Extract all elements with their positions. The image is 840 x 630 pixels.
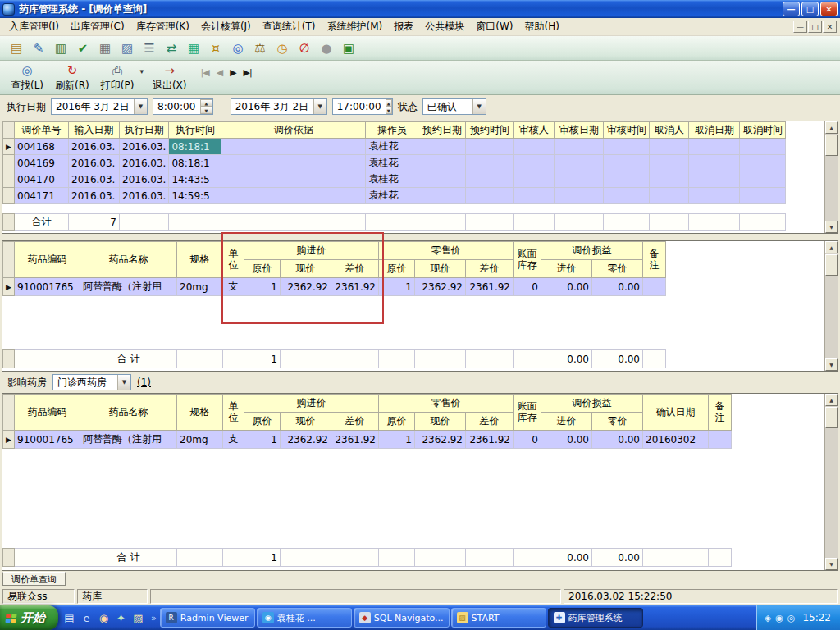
date-to-combo[interactable]: 2016年 3月 2日 [231,98,327,115]
audit-icon[interactable]: ✔ [73,39,93,58]
cell[interactable]: 阿替普酶（注射用 [80,431,177,449]
cell[interactable] [418,171,466,188]
tray-network-icon[interactable]: ◉ [775,613,783,623]
spin-up-icon[interactable] [386,99,392,107]
scroll-thumb[interactable] [825,135,838,156]
cell[interactable]: 1 [379,431,415,449]
column-header[interactable]: 差价 [331,413,379,431]
first-record-button[interactable]: |◀ [201,67,209,78]
cell[interactable]: 20mg [177,278,223,296]
cell[interactable]: 支 [223,278,244,296]
messenger-icon[interactable]: ✦ [113,609,129,627]
cell[interactable] [555,139,604,155]
cell[interactable]: 袁桂花 [366,171,418,188]
column-header[interactable]: 执行日期 [120,122,169,139]
cell[interactable] [221,139,366,155]
cell[interactable] [514,155,555,171]
column-header[interactable]: 取消日期 [689,122,740,139]
scroll-up-icon[interactable]: ▲ [825,394,838,406]
edit-doc-icon[interactable]: ✎ [29,39,48,58]
quick-launch-overflow-icon[interactable]: » [149,613,158,623]
scroll-down-icon[interactable]: ▼ [825,358,838,371]
cell[interactable] [604,188,650,204]
column-header[interactable]: 单位 [223,242,244,278]
money-icon[interactable]: ¤ [206,39,226,58]
column-header[interactable]: 审核时间 [604,122,650,139]
column-header[interactable]: 现价 [415,413,466,431]
chevron-down-icon[interactable] [313,99,326,114]
column-header[interactable]: 原价 [244,413,281,431]
cell[interactable]: 2362.92 [281,278,331,296]
column-header[interactable]: 原价 [244,260,281,278]
column-header[interactable]: 现价 [415,260,466,278]
menu-item[interactable]: 系统维护(M) [322,18,389,35]
pharmacy-combo[interactable]: 门诊西药房 [52,374,131,390]
column-header[interactable]: 差价 [466,413,514,431]
cell[interactable]: 910001765 [15,278,80,296]
cell[interactable]: 0 [514,431,541,449]
column-header[interactable]: 现价 [281,260,331,278]
cell[interactable] [418,188,466,204]
menu-item[interactable]: 出库管理(C) [65,18,130,35]
cell[interactable] [466,139,514,155]
column-header[interactable]: 原价 [379,260,415,278]
column-header[interactable]: 进价 [541,260,592,278]
chevron-down-icon[interactable] [117,375,130,390]
cell[interactable] [221,188,366,204]
cell[interactable] [604,155,650,171]
cell[interactable]: 2016.03. [120,139,169,155]
scroll-thumb[interactable] [825,407,838,428]
spin-up-icon[interactable] [200,99,212,107]
column-header[interactable]: 确认日期 [643,395,709,431]
task-start-folder[interactable]: ▨START [451,608,546,628]
save-doc-icon[interactable]: ▥ [51,39,71,58]
cell[interactable]: 08:18:1 [169,139,221,155]
vertical-scrollbar[interactable]: ▲ ▼ [824,121,838,233]
refresh-button[interactable]: ↻刷新(R) [49,62,95,94]
task-sql-navigator[interactable]: ◆SQL Navigato... [354,608,450,628]
cell[interactable] [418,155,466,171]
cell[interactable]: 2361.92 [331,278,379,296]
status-combo[interactable]: 已确认 [422,98,486,115]
task-yuan-guihua[interactable]: ◉袁桂花 ... [257,608,352,628]
column-header[interactable]: 预约时间 [466,122,514,139]
menu-item[interactable]: 库存管理(K) [130,18,195,35]
cell[interactable]: 2362.92 [415,431,466,449]
column-header[interactable]: 原价 [379,413,415,431]
time-from-spinner[interactable]: 8:00:00 [153,98,213,115]
scroll-down-icon[interactable]: ▼ [825,221,838,233]
column-header[interactable]: 零售价 [379,242,514,260]
cell[interactable]: 004170 [15,171,69,188]
column-header[interactable]: 输入日期 [69,122,120,139]
scroll-up-icon[interactable]: ▲ [825,121,838,134]
cell[interactable]: 0 [514,278,541,296]
menu-item[interactable]: 窗口(W) [470,18,518,35]
menu-item[interactable]: 入库管理(I) [3,18,65,35]
cell[interactable]: 2016.03. [69,188,120,204]
start-button[interactable]: 开始 [0,605,58,630]
find-button[interactable]: ◎查找(L) [5,62,49,94]
tray-volume-icon[interactable]: ◎ [788,613,796,623]
column-header[interactable]: 药品编码 [15,395,80,431]
cell[interactable]: 0.00 [592,278,643,296]
cell[interactable]: 08:18:1 [169,155,221,171]
close-grid-icon[interactable]: ▣ [339,39,358,58]
column-header[interactable]: 药品名称 [80,395,177,431]
cell[interactable]: 2016.03. [120,155,169,171]
cell[interactable]: 阿替普酶（注射用 [80,278,177,296]
cell[interactable]: 1 [244,431,281,449]
print-dropdown-arrow[interactable]: ▾ [139,67,144,75]
column-header[interactable]: 取消时间 [740,122,786,139]
column-header[interactable]: 药品编码 [15,242,80,278]
cell[interactable] [643,278,666,296]
notepad-icon[interactable]: ▦ [95,39,115,58]
cell[interactable]: 2016.03. [69,171,120,188]
column-header[interactable]: 操作员 [366,122,418,139]
cell[interactable] [650,155,689,171]
media-player-icon[interactable]: ◉ [96,609,112,627]
column-header[interactable]: 备注 [709,395,732,431]
cell[interactable] [555,155,604,171]
column-header[interactable]: 调价损益 [541,395,643,413]
column-header[interactable]: 调价损益 [541,242,643,260]
transfer-icon[interactable]: ⇄ [162,39,181,58]
